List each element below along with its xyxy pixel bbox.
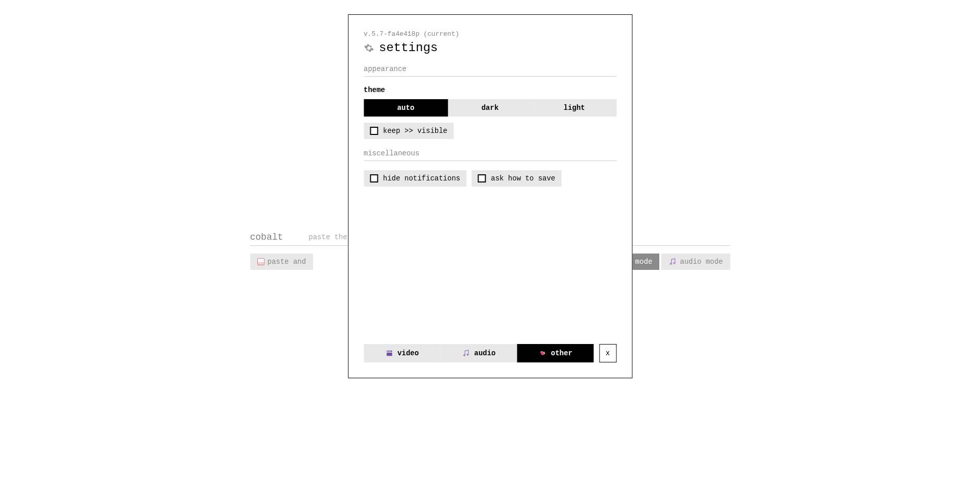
svg-point-1 [674,262,675,264]
hide-notifications-label: hide notifications [383,174,460,182]
tab-other-label: other [551,349,572,357]
app-logo: cobalt [250,232,283,242]
ask-how-save-label: ask how to save [491,174,555,182]
theme-auto[interactable]: auto [364,99,448,117]
audio-mode-button[interactable]: audio mode [661,254,730,270]
settings-modal: v.5.7-fa4e418p (current) settings appear… [348,14,632,378]
checkbox-icon [370,174,378,182]
hide-notifications-checkbox[interactable]: hide notifications [364,170,466,187]
close-button[interactable]: x [599,344,616,362]
theme-label: theme [364,86,616,94]
section-appearance-header: appearance [364,65,616,77]
paste-button[interactable]: paste and [250,254,314,270]
version-text: v.5.7-fa4e418p (current) [364,30,616,38]
pinata-icon [539,349,547,357]
tab-other[interactable]: other [517,344,594,362]
theme-light[interactable]: light [532,99,616,117]
music-notes-icon [462,349,470,357]
keep-visible-label: keep >> visible [383,127,447,135]
svg-point-0 [671,263,672,264]
modal-title: settings [379,41,438,55]
clipboard-icon [257,258,265,265]
paste-button-label: paste and [268,258,306,266]
svg-point-3 [467,354,468,355]
music-notes-icon [668,258,677,266]
theme-dark[interactable]: dark [448,99,532,117]
audio-mode-label: audio mode [680,258,723,266]
tab-video[interactable]: video [364,344,440,362]
tab-audio-label: audio [474,349,495,357]
checkbox-icon [370,127,378,135]
clapper-icon [385,349,393,357]
tab-audio[interactable]: audio [440,344,517,362]
theme-segment-group: auto dark light [364,99,616,117]
tab-video-label: video [397,349,419,357]
gear-icon [364,43,374,53]
checkbox-icon [477,174,486,182]
settings-tab-group: video audio other [364,344,594,362]
section-misc-header: miscellaneous [364,149,616,161]
svg-point-2 [464,355,465,356]
keep-visible-checkbox[interactable]: keep >> visible [364,123,453,139]
ask-how-save-checkbox[interactable]: ask how to save [471,170,561,187]
